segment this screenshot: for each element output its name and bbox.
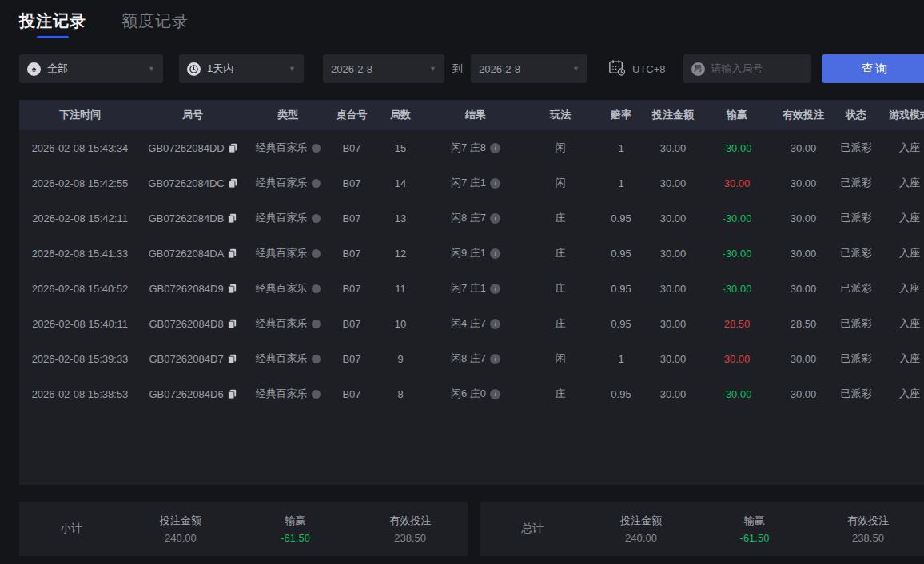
date-to-value: 2026-2-8 — [479, 63, 520, 75]
odds-cell: 0.95 — [598, 212, 644, 224]
winloss-cell: 30.00 — [702, 353, 772, 365]
column-header: 赔率 — [598, 108, 644, 122]
subtotal-bet-amount: 投注金额 240.00 — [123, 514, 238, 544]
round-id-cell: GB07262084DB — [141, 212, 245, 224]
game-mode-cell: 入座 — [878, 246, 924, 260]
table-no-cell: B07 — [331, 248, 372, 260]
bet-time-cell: 2026-02-08 15:42:55 — [19, 177, 141, 189]
round-id-cell: GB07262084D8 — [141, 318, 245, 330]
copy-icon[interactable] — [228, 213, 237, 224]
valid-bet-cell: 30.00 — [772, 177, 834, 189]
copy-icon[interactable] — [228, 319, 237, 329]
bet-amount-cell: 30.00 — [644, 248, 702, 260]
total-card: 总计 投注金额 240.00 输赢 -61.50 有效投注 238.50 — [480, 502, 924, 556]
copy-icon[interactable] — [229, 178, 237, 189]
total-bet-amount: 投注金额 240.00 — [584, 514, 698, 544]
subtotal-card: 小计 投注金额 240.00 输赢 -61.50 有效投注 238.50 — [19, 502, 468, 556]
valid-bet-cell: 30.00 — [772, 283, 834, 295]
subtotal-winloss: 输赢 -61.50 — [238, 514, 353, 544]
odds-cell: 1 — [598, 177, 644, 189]
copy-icon[interactable] — [228, 248, 237, 259]
round-no-cell: 11 — [372, 283, 428, 295]
active-tab-underline — [37, 36, 69, 38]
odds-cell: 0.95 — [598, 318, 644, 330]
game-mode-cell: 入座 — [878, 316, 924, 331]
game-type-dot-icon — [312, 390, 321, 399]
timezone-indicator: UTC+8 — [608, 59, 666, 79]
date-to-select[interactable]: 2026-2-8 ▼ — [471, 54, 587, 83]
game-mode-cell: 入座 — [878, 211, 924, 225]
winloss-cell: -30.00 — [702, 212, 772, 224]
table-row: 2026-02-08 15:40:52 GB07262084D9 经典百家乐 B… — [19, 271, 924, 306]
play-type-cell: 闲 — [523, 176, 598, 190]
valid-bet-cell: 28.50 — [772, 318, 834, 330]
subtotal-valid-bet: 有效投注 238.50 — [352, 514, 468, 544]
time-range-value: 1天内 — [207, 62, 233, 76]
result-info-icon[interactable]: i — [490, 143, 500, 153]
chevron-down-icon: ▼ — [148, 65, 155, 73]
column-header: 结果 — [428, 108, 523, 122]
result-cell: 闲7 庄8 i — [428, 141, 523, 155]
play-type-cell: 庄 — [523, 387, 598, 401]
play-type-cell: 庄 — [523, 281, 598, 296]
result-info-icon[interactable]: i — [490, 284, 500, 294]
bet-amount-cell: 30.00 — [644, 318, 702, 330]
status-cell: 已派彩 — [834, 387, 878, 401]
odds-cell: 0.95 — [598, 388, 644, 400]
table-row: 2026-02-08 15:38:53 GB07262084D6 经典百家乐 B… — [19, 376, 924, 411]
game-type-cell: 经典百家乐 — [245, 141, 331, 155]
round-id-cell: GB07262084D9 — [141, 283, 245, 295]
round-no-cell: 10 — [372, 318, 428, 330]
total-label: 总计 — [480, 522, 584, 536]
bet-time-cell: 2026-02-08 15:43:34 — [19, 142, 141, 154]
game-type-select[interactable]: ♠ 全部 ▼ — [19, 54, 163, 83]
winloss-cell: -30.00 — [702, 283, 772, 295]
table-no-cell: B07 — [331, 388, 372, 400]
tab-bet-records[interactable]: 投注记录 — [19, 10, 86, 40]
valid-bet-cell: 30.00 — [772, 142, 834, 154]
result-info-icon[interactable]: i — [490, 248, 500, 259]
round-id-search-input[interactable]: 局 请输入局号 — [683, 54, 811, 83]
table-no-cell: B07 — [331, 212, 372, 224]
query-button[interactable]: 查询 — [822, 54, 924, 83]
result-info-icon[interactable]: i — [490, 178, 500, 189]
game-mode-cell: 入座 — [878, 387, 924, 401]
round-no-cell: 9 — [372, 353, 428, 365]
column-header: 投注金额 — [644, 108, 702, 122]
winloss-cell: 28.50 — [702, 318, 772, 330]
copy-icon[interactable] — [228, 389, 237, 399]
result-info-icon[interactable]: i — [490, 319, 500, 329]
result-info-icon[interactable]: i — [490, 213, 500, 224]
valid-bet-cell: 30.00 — [772, 388, 834, 400]
tab-quota-records[interactable]: 额度记录 — [121, 10, 189, 40]
column-header: 有效投注 — [772, 108, 834, 122]
game-mode-cell: 入座 — [878, 141, 924, 155]
date-from-select[interactable]: 2026-2-8 ▼ — [323, 54, 444, 83]
bet-time-cell: 2026-02-08 15:41:33 — [19, 248, 141, 260]
table-row: 2026-02-08 15:40:11 GB07262084D8 经典百家乐 B… — [19, 306, 924, 341]
table-header-row: 下注时间局号类型桌台号局数结果玩法赔率投注金额输赢有效投注状态游戏模式 — [19, 100, 924, 130]
copy-icon[interactable] — [228, 284, 237, 294]
table-body: 2026-02-08 15:43:34 GB07262084DD 经典百家乐 B… — [19, 130, 924, 411]
result-info-icon[interactable]: i — [490, 389, 500, 399]
calendar-clock-icon — [608, 59, 626, 79]
date-range-to-label: 到 — [452, 62, 463, 76]
table-row: 2026-02-08 15:41:33 GB07262084DA 经典百家乐 B… — [19, 236, 924, 271]
time-range-select[interactable]: 1天内 ▼ — [179, 54, 304, 83]
tab-quota-records-label: 额度记录 — [121, 12, 189, 30]
round-no-cell: 14 — [372, 177, 428, 189]
chevron-down-icon: ▼ — [572, 65, 579, 73]
game-mode-cell: 入座 — [878, 281, 924, 296]
result-info-icon[interactable]: i — [490, 354, 500, 364]
round-id-icon: 局 — [691, 62, 705, 76]
status-cell: 已派彩 — [834, 246, 878, 260]
copy-icon[interactable] — [228, 354, 237, 364]
round-no-cell: 8 — [372, 388, 428, 400]
copy-icon[interactable] — [229, 143, 237, 153]
column-header: 下注时间 — [19, 108, 141, 122]
filter-bar: ♠ 全部 ▼ 1天内 ▼ 2026-2-8 ▼ 到 2026-2-8 ▼ — [19, 54, 924, 83]
play-type-cell: 庄 — [523, 211, 598, 225]
valid-bet-cell: 30.00 — [772, 353, 834, 365]
chevron-down-icon: ▼ — [429, 65, 436, 73]
total-valid-bet: 有效投注 238.50 — [811, 514, 924, 544]
